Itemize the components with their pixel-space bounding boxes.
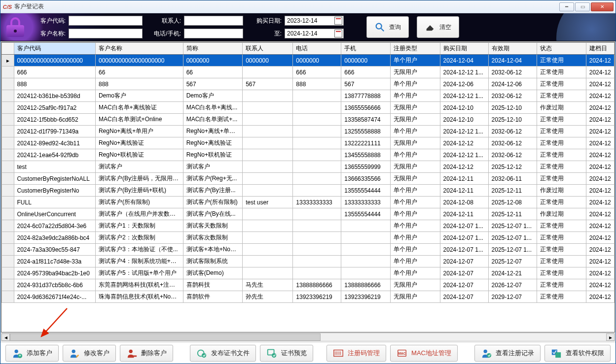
table-cell[interactable]: 正常使用 bbox=[537, 267, 586, 279]
table-cell[interactable]: 2025-12-11 bbox=[488, 208, 537, 220]
row-indicator[interactable] bbox=[2, 114, 14, 126]
table-cell[interactable]: 2024-12 bbox=[586, 90, 614, 102]
table-row[interactable]: 6666666666666无限用户2024-12-12 1...2032-06-… bbox=[2, 66, 615, 78]
table-cell[interactable]: 202412-b361be-b5398d bbox=[14, 90, 95, 102]
table-cell[interactable]: 2024-12-12 1... bbox=[440, 90, 488, 102]
table-cell[interactable]: 13923396219 bbox=[341, 291, 391, 303]
column-header[interactable]: 客户代码 bbox=[14, 43, 95, 55]
table-cell[interactable]: 正常使用 bbox=[537, 232, 586, 244]
data-table[interactable]: 客户代码客户名称简称联系人电话手机注册类型购买日期有效期状态建档日▸000000… bbox=[1, 42, 615, 303]
row-indicator[interactable] bbox=[2, 126, 14, 137]
table-cell[interactable]: 2024-12-11 bbox=[440, 185, 488, 197]
table-row[interactable]: 2024-931d37cb5b8c-6b6东莞喜鹊网络科技(联机+注册...喜鹊… bbox=[2, 279, 615, 291]
table-cell[interactable]: 测试客户1：天数限制 bbox=[95, 220, 183, 232]
table-cell[interactable]: 正常使用 bbox=[537, 256, 586, 267]
table-cell[interactable] bbox=[243, 185, 293, 197]
scroll-thumb[interactable] bbox=[10, 333, 321, 341]
table-cell[interactable]: 无限用户 bbox=[391, 173, 440, 185]
table-cell[interactable] bbox=[243, 102, 293, 114]
row-indicator[interactable] bbox=[2, 78, 14, 90]
table-cell[interactable]: 2032-06-12 bbox=[488, 90, 537, 102]
mac-manage-button[interactable]: MAC MAC地址管理 bbox=[390, 345, 458, 362]
table-cell[interactable]: 孙先生 bbox=[243, 291, 293, 303]
table-cell[interactable] bbox=[341, 267, 391, 279]
table-cell[interactable]: 2025-12-10 bbox=[488, 102, 537, 114]
table-cell[interactable]: 单个用户 bbox=[391, 126, 440, 137]
table-cell[interactable]: 2025-12-11 bbox=[488, 185, 537, 197]
table-cell[interactable]: 单个用户 bbox=[391, 78, 440, 90]
table-cell[interactable]: 0000000 bbox=[293, 55, 341, 66]
edit-customer-button[interactable]: 修改客户 bbox=[63, 345, 116, 362]
table-cell[interactable]: 单个用户 bbox=[391, 267, 440, 279]
table-cell[interactable]: RegNo+离线+单用户 bbox=[95, 126, 183, 137]
table-cell[interactable]: 2024-12 bbox=[586, 185, 614, 197]
table-cell[interactable]: 13222221111 bbox=[341, 137, 391, 149]
table-cell[interactable] bbox=[243, 208, 293, 220]
table-cell[interactable] bbox=[243, 137, 293, 149]
table-cell[interactable]: 测试客户(By注册码+联机) bbox=[95, 185, 183, 197]
table-cell[interactable]: 2024-12 bbox=[586, 256, 614, 267]
table-cell[interactable]: 正常使用 bbox=[537, 126, 586, 137]
calendar-icon[interactable] bbox=[334, 30, 342, 37]
table-cell[interactable]: 0000000 bbox=[341, 55, 391, 66]
table-cell[interactable] bbox=[293, 102, 341, 114]
table-cell[interactable]: 567 bbox=[341, 78, 391, 90]
table-row[interactable]: 2024-9d6362671f4e24c-...珠海喜鹊信息技术(联机+No注.… bbox=[2, 291, 615, 303]
table-cell[interactable]: 单个用户 bbox=[391, 185, 440, 197]
row-indicator[interactable] bbox=[2, 267, 14, 279]
table-cell[interactable]: 2024-12-04 bbox=[488, 55, 537, 66]
table-cell[interactable]: 567 bbox=[243, 78, 293, 90]
preview-cert-button[interactable]: 证书预览 bbox=[260, 345, 313, 362]
table-cell[interactable]: 666 bbox=[293, 66, 341, 78]
table-cell[interactable]: 正常使用 bbox=[537, 279, 586, 291]
table-cell[interactable]: 单个用户 bbox=[391, 90, 440, 102]
table-cell[interactable] bbox=[243, 66, 293, 78]
scroll-left-button[interactable]: ◂ bbox=[1, 333, 10, 341]
close-button[interactable]: ✕ bbox=[591, 2, 614, 11]
table-cell[interactable] bbox=[293, 220, 341, 232]
table-cell[interactable]: 2025-12-07 1... bbox=[488, 232, 537, 244]
table-cell[interactable]: 13888886666 bbox=[341, 279, 391, 291]
table-cell[interactable]: 正常使用 bbox=[537, 114, 586, 126]
table-cell[interactable]: test user bbox=[243, 197, 293, 208]
view-reg-log-button[interactable]: 查看注册记录 bbox=[474, 345, 541, 362]
table-cell[interactable]: 作废过期 bbox=[537, 102, 586, 114]
table-cell[interactable]: 2024-12 bbox=[586, 173, 614, 185]
table-cell[interactable]: 888 bbox=[293, 78, 341, 90]
table-cell[interactable]: 正常使用 bbox=[537, 173, 586, 185]
table-cell[interactable]: 2024-12 bbox=[586, 291, 614, 303]
table-cell[interactable]: 2024-12 bbox=[586, 232, 614, 244]
table-cell[interactable] bbox=[243, 267, 293, 279]
table-row[interactable]: 202412-25af9c-f917a2MAC白名单+离线验证MAC白名单+离线… bbox=[2, 102, 615, 114]
table-cell[interactable]: 13255558888 bbox=[341, 126, 391, 137]
column-header[interactable]: 建档日 bbox=[586, 43, 614, 55]
table-cell[interactable]: 正常使用 bbox=[537, 244, 586, 256]
table-cell[interactable]: 2024-7a3a309ec55-847 bbox=[14, 244, 95, 256]
table-cell[interactable]: OnlineUserConcurrent bbox=[14, 208, 95, 220]
table-cell[interactable]: 无限用户 bbox=[391, 291, 440, 303]
table-row[interactable]: 202412-1f5bbb-6cd652MAC白名单测试+OnlineMAC白名… bbox=[2, 114, 615, 126]
table-cell[interactable]: Demo客户 bbox=[95, 90, 183, 102]
row-indicator[interactable] bbox=[2, 232, 14, 244]
table-cell[interactable]: CustomerByRegisterNo bbox=[14, 185, 95, 197]
table-cell[interactable]: 2024-12-11 bbox=[440, 173, 488, 185]
row-indicator[interactable]: ▸ bbox=[2, 55, 14, 66]
table-cell[interactable] bbox=[341, 256, 391, 267]
table-cell[interactable]: 2024-12-12 1... bbox=[440, 66, 488, 78]
table-cell[interactable]: 13666335566 bbox=[341, 173, 391, 185]
date-from-picker[interactable]: 2023-12-14 bbox=[285, 16, 344, 26]
row-indicator[interactable] bbox=[2, 161, 14, 173]
column-header[interactable]: 手机 bbox=[341, 43, 391, 55]
table-cell[interactable]: 2024-12 bbox=[586, 267, 614, 279]
table-cell[interactable]: 2024-12-07 1... bbox=[440, 220, 488, 232]
table-cell[interactable]: 单个用户 bbox=[391, 244, 440, 256]
table-cell[interactable]: 2024-12 bbox=[586, 197, 614, 208]
table-cell[interactable]: 00000000000000000000 bbox=[95, 55, 183, 66]
table-cell[interactable]: 正常使用 bbox=[537, 161, 586, 173]
table-cell[interactable]: 测试客户（在线用户并发数测... bbox=[95, 208, 183, 220]
table-cell[interactable]: 2024-12-07 bbox=[440, 267, 488, 279]
table-cell[interactable] bbox=[293, 161, 341, 173]
table-cell[interactable]: 2032-06-12 bbox=[488, 137, 537, 149]
table-cell[interactable]: 13555554444 bbox=[341, 185, 391, 197]
table-cell[interactable]: 测试客户5：试用版+单个用户 bbox=[95, 267, 183, 279]
